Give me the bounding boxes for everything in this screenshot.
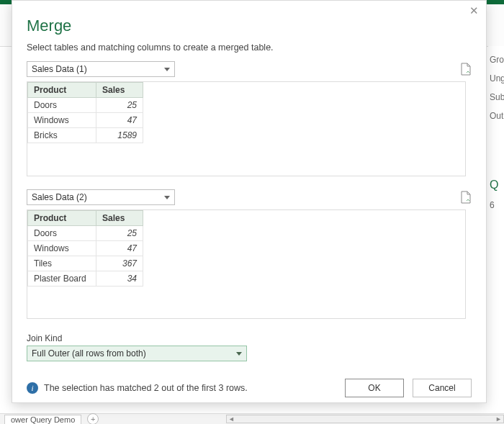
merge-dialog: ✕ Merge Select tables and matching colum… xyxy=(12,0,487,403)
chevron-down-icon xyxy=(164,68,170,71)
table-row[interactable]: Tiles367 xyxy=(28,256,143,271)
first-table-preview: Product Sales Doors25 Windows47 Bricks15… xyxy=(27,81,466,176)
ribbon-item[interactable]: Subt xyxy=(490,92,504,102)
table-row[interactable]: Plaster Board34 xyxy=(28,271,143,287)
column-header-sales[interactable]: Sales xyxy=(96,83,143,98)
column-header-sales[interactable]: Sales xyxy=(96,211,143,226)
table-row[interactable]: Doors25 xyxy=(28,98,143,113)
second-table-selected: Sales Data (2) xyxy=(32,192,87,202)
first-table-selected: Sales Data (1) xyxy=(32,64,87,74)
scroll-left-icon[interactable]: ◄ xyxy=(228,415,235,423)
ribbon-outline-group: Grou Ungr Subt Outl Q 6 xyxy=(488,46,504,414)
info-icon: i xyxy=(27,382,38,394)
first-table-dropdown[interactable]: Sales Data (1) xyxy=(27,61,175,77)
preview-sheet-icon[interactable] xyxy=(460,191,472,204)
close-button[interactable]: ✕ xyxy=(469,5,479,16)
cancel-button[interactable]: Cancel xyxy=(413,379,472,397)
dialog-subtitle: Select tables and matching columns to cr… xyxy=(27,42,472,53)
dialog-title: Merge xyxy=(27,17,472,35)
first-source-row: Sales Data (1) xyxy=(27,61,472,77)
table-row[interactable]: Windows47 xyxy=(28,113,143,128)
excel-status-bar: ower Query Demo + ◄ ► xyxy=(0,413,504,424)
ribbon-item[interactable]: Outl xyxy=(490,111,504,121)
first-table-grid[interactable]: Product Sales Doors25 Windows47 Bricks15… xyxy=(27,82,143,143)
sheet-tab[interactable]: ower Query Demo xyxy=(4,415,81,424)
table-row[interactable]: Windows47 xyxy=(28,241,143,256)
new-sheet-button[interactable]: + xyxy=(87,413,99,424)
second-source-row: Sales Data (2) xyxy=(27,189,472,205)
second-table-dropdown[interactable]: Sales Data (2) xyxy=(27,189,175,205)
table-row[interactable]: Bricks1589 xyxy=(28,128,143,143)
scroll-right-icon[interactable]: ► xyxy=(495,415,502,423)
queries-count: 6 xyxy=(490,200,504,210)
ok-button[interactable]: OK xyxy=(345,379,404,397)
ribbon-item[interactable]: Grou xyxy=(490,55,504,65)
join-kind-selected: Full Outer (all rows from both) xyxy=(32,348,146,358)
preview-sheet-icon[interactable] xyxy=(460,63,472,76)
chevron-down-icon xyxy=(164,196,170,199)
column-header-product[interactable]: Product xyxy=(28,83,96,98)
table-row[interactable]: Doors25 xyxy=(28,226,143,241)
queries-pane-header: Q xyxy=(490,179,504,191)
second-table-grid[interactable]: Product Sales Doors25 Windows47 Tiles367… xyxy=(27,210,143,287)
dialog-footer: i The selection has matched 2 out of the… xyxy=(27,379,472,397)
join-kind-label: Join Kind xyxy=(27,333,472,343)
second-table-preview: Product Sales Doors25 Windows47 Tiles367… xyxy=(27,209,466,319)
column-header-product[interactable]: Product xyxy=(28,211,96,226)
chevron-down-icon xyxy=(236,352,242,356)
close-icon: ✕ xyxy=(469,4,479,17)
match-info-text: The selection has matched 2 out of the f… xyxy=(44,383,248,393)
ribbon-item[interactable]: Ungr xyxy=(490,73,504,84)
join-kind-dropdown[interactable]: Full Outer (all rows from both) xyxy=(27,346,247,361)
horizontal-scrollbar[interactable]: ◄ ► xyxy=(226,415,504,423)
